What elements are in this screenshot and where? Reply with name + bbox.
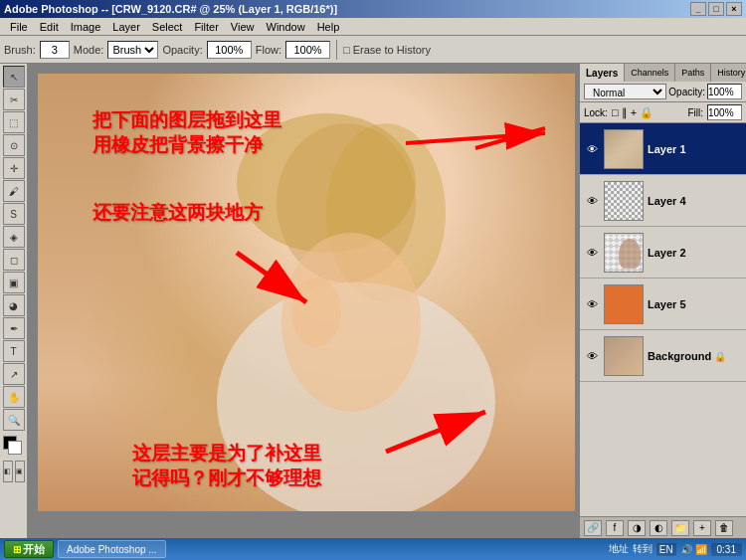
tool-heal[interactable]: ✛ — [3, 157, 25, 179]
taskbar-right: 地址 转到 EN 🔊 📶 0:31 — [609, 542, 742, 556]
tool-stamp[interactable]: S — [3, 203, 25, 225]
link-button[interactable]: 🔗 — [584, 520, 602, 536]
menu-select[interactable]: Select — [146, 18, 189, 35]
menu-view[interactable]: View — [225, 18, 261, 35]
toolbar: Brush: Mode: Brush Opacity: Flow: □ Eras… — [0, 36, 746, 64]
tool-history[interactable]: ◈ — [3, 226, 25, 248]
menu-bar: File Edit Image Layer Select Filter View… — [0, 18, 746, 36]
layer-eye-layer2[interactable]: 👁 — [584, 245, 600, 261]
maximize-button[interactable]: □ — [708, 2, 724, 16]
lock-row: Lock: □ ∥ + 🔒 Fill: — [580, 102, 746, 123]
tab-channels[interactable]: Channels — [625, 64, 675, 82]
layer-name-background: Background 🔒 — [648, 350, 726, 362]
quick-mask-btn[interactable]: ◧ — [3, 461, 13, 482]
layer-thumb-layer1 — [604, 129, 644, 169]
layer-item-layer1[interactable]: 👁 Layer 1 — [580, 123, 746, 175]
layer-eye-layer5[interactable]: 👁 — [584, 296, 600, 312]
tab-paths[interactable]: Paths — [675, 64, 711, 82]
tool-brush[interactable]: 🖌 — [3, 180, 25, 202]
layer-item-layer5[interactable]: 👁 Layer 5 — [580, 279, 746, 330]
tool-lasso[interactable]: ⬚ — [3, 111, 25, 133]
layers-panel: Layers Channels Paths History Actions No… — [579, 64, 746, 538]
delete-layer-button[interactable]: 🗑 — [715, 520, 733, 536]
clock: 0:31 — [711, 543, 742, 556]
foreground-color[interactable] — [3, 436, 25, 458]
brush-size-input[interactable] — [40, 41, 70, 59]
system-tray-icons: 🔊 📶 — [680, 544, 707, 555]
tab-history[interactable]: History — [711, 64, 746, 82]
layer-name-layer5: Layer 5 — [648, 298, 686, 310]
layer-item-layer2[interactable]: 👁 Layer 2 — [580, 227, 746, 279]
canvas-area[interactable]: 把下面的图层拖到这里用橡皮把背景擦干净 还要注意这两块地方 这层主要是为了补这里… — [28, 64, 579, 538]
menu-window[interactable]: Window — [261, 18, 311, 35]
opacity-input[interactable] — [207, 41, 252, 59]
window-title: Adobe Photoshop -- [CRW_9120.CR# @ 25% (… — [4, 3, 337, 15]
layer-thumb-layer5 — [604, 284, 644, 324]
layer-thumb-background — [604, 336, 644, 376]
lock-icons: □ ∥ + 🔒 — [612, 106, 653, 119]
menu-file[interactable]: File — [4, 18, 34, 35]
tool-dodge[interactable]: ◕ — [3, 294, 25, 316]
new-layer-button[interactable]: + — [693, 520, 711, 536]
tool-selection[interactable]: ↖ — [3, 66, 25, 88]
windows-logo: ⊞ — [13, 544, 21, 555]
layer-eye-background[interactable]: 👁 — [584, 348, 600, 364]
taskbar: ⊞ 开始 Adobe Photoshop ... 地址 转到 EN 🔊 📶 0:… — [0, 538, 746, 560]
goto-label: 转到 — [633, 542, 653, 556]
opacity-input[interactable] — [707, 84, 742, 99]
language-indicator: EN — [656, 543, 676, 556]
screen-mode-btn[interactable]: ▣ — [15, 461, 25, 482]
tool-magic[interactable]: ⊙ — [3, 134, 25, 156]
opacity-label: Opacity: — [668, 87, 705, 97]
layer-thumb-layer4 — [604, 181, 644, 221]
menu-layer[interactable]: Layer — [106, 18, 146, 35]
mode-label: Mode: — [74, 44, 104, 56]
flow-label: Flow: — [256, 44, 281, 56]
panel-tabs: Layers Channels Paths History Actions — [580, 64, 746, 82]
tool-gradient[interactable]: ▣ — [3, 272, 25, 293]
tab-layers[interactable]: Layers — [580, 64, 625, 82]
minimize-button[interactable]: _ — [690, 2, 706, 16]
fill-input[interactable] — [707, 104, 742, 120]
mode-select[interactable]: Brush — [107, 41, 158, 59]
tool-path[interactable]: ↗ — [3, 363, 25, 385]
menu-help[interactable]: Help — [311, 18, 346, 35]
layer-item-layer4[interactable]: 👁 Layer 4 — [580, 175, 746, 227]
tool-crop[interactable]: ✂ — [3, 89, 25, 110]
canvas: 把下面的图层拖到这里用橡皮把背景擦干净 还要注意这两块地方 这层主要是为了补这里… — [38, 74, 575, 511]
window-controls: _ □ × — [690, 2, 742, 16]
folder-button[interactable]: 📁 — [671, 520, 689, 536]
layer-eye-layer4[interactable]: 👁 — [584, 193, 600, 209]
layers-bottom: 🔗 f ◑ ◐ 📁 + 🗑 — [580, 516, 746, 538]
menu-image[interactable]: Image — [65, 18, 107, 35]
layer-name-layer2: Layer 2 — [648, 247, 686, 259]
opacity-label: Opacity: — [162, 44, 202, 56]
start-button[interactable]: ⊞ 开始 — [4, 540, 54, 558]
blend-mode-select[interactable]: Normal — [584, 84, 666, 99]
lock-label: Lock: — [584, 107, 608, 118]
tool-eraser[interactable]: ◻ — [3, 249, 25, 271]
layer-item-background[interactable]: 👁 Background 🔒 — [580, 330, 746, 382]
title-bar: Adobe Photoshop -- [CRW_9120.CR# @ 25% (… — [0, 0, 746, 18]
layer-name-layer1: Layer 1 — [648, 143, 686, 155]
menu-edit[interactable]: Edit — [34, 18, 65, 35]
mask-button[interactable]: ◑ — [628, 520, 646, 536]
tool-text[interactable]: T — [3, 340, 25, 362]
annotation-3: 这层主要是为了补这里记得吗？刚才不够理想 — [132, 442, 321, 490]
menu-filter[interactable]: Filter — [188, 18, 224, 35]
layer-name-layer4: Layer 4 — [648, 195, 686, 207]
adjustment-button[interactable]: ◐ — [650, 520, 667, 536]
erase-history-label: □ Erase to History — [343, 44, 431, 56]
fill-label: Fill: — [687, 107, 703, 118]
close-button[interactable]: × — [726, 2, 742, 16]
layer-thumb-layer2 — [604, 233, 644, 273]
taskbar-photoshop[interactable]: Adobe Photoshop ... — [58, 540, 166, 558]
separator — [336, 40, 337, 60]
tool-hand[interactable]: ✋ — [3, 386, 25, 408]
style-button[interactable]: f — [606, 520, 624, 536]
tool-pen[interactable]: ✒ — [3, 317, 25, 339]
main-area: ↖ ✂ ⬚ ⊙ ✛ 🖌 S ◈ ◻ ▣ ◕ ✒ T ↗ ✋ 🔍 ◧ ▣ — [0, 64, 746, 538]
tool-zoom[interactable]: 🔍 — [3, 409, 25, 431]
flow-input[interactable] — [285, 41, 330, 59]
layer-eye-layer1[interactable]: 👁 — [584, 141, 600, 157]
